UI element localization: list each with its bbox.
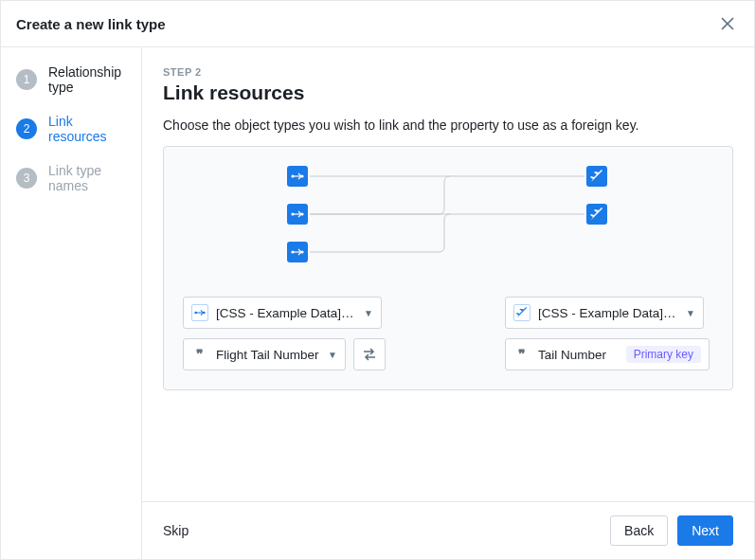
left-property-group: ❞ Flight Tail Number ▼: [183, 338, 391, 370]
left-property-dropdown[interactable]: ❞ Flight Tail Number ▼: [183, 338, 346, 370]
step-label: Relationship type: [48, 64, 126, 95]
main-content: STEP 2 Link resources Choose the object …: [142, 47, 754, 559]
right-selectors: [CSS - Example Data] A… ▼ ❞ Tail Number …: [505, 297, 713, 370]
link-icon: [191, 304, 208, 321]
primary-key-badge: Primary key: [626, 346, 701, 363]
modal-body: 1 Relationship type 2 Link resources 3 L…: [1, 47, 754, 559]
step-link-resources[interactable]: 2 Link resources: [1, 104, 141, 154]
back-button[interactable]: Back: [610, 515, 668, 546]
step-relationship-type[interactable]: 1 Relationship type: [1, 55, 141, 104]
wizard-footer: Skip Back Next: [142, 501, 754, 559]
link-diagram-container: [CSS - Example Data] F… ▼ ❞ Flight Tail …: [163, 146, 733, 390]
right-object-type-dropdown[interactable]: [CSS - Example Data] A… ▼: [505, 297, 704, 329]
dropdown-label: Flight Tail Number: [216, 348, 320, 362]
link-diagram: [183, 166, 713, 270]
dropdown-label: Tail Number: [538, 348, 619, 362]
step-label: Link type names: [48, 163, 126, 193]
left-object-type-dropdown[interactable]: [CSS - Example Data] F… ▼: [183, 297, 382, 329]
chevron-down-icon: ▼: [686, 308, 695, 318]
left-selectors: [CSS - Example Data] F… ▼ ❞ Flight Tail …: [183, 297, 391, 370]
step-number-badge: 1: [16, 69, 37, 90]
string-property-icon: ❞: [191, 347, 208, 362]
step-label: Link resources: [48, 114, 126, 144]
next-button[interactable]: Next: [677, 515, 733, 546]
swap-icon: [362, 348, 377, 361]
right-property-display[interactable]: ❞ Tail Number Primary key: [505, 338, 710, 370]
modal-header: Create a new link type: [1, 1, 754, 47]
page-title: Link resources: [163, 81, 733, 104]
chevron-down-icon: ▼: [328, 350, 337, 360]
selectors-row: [CSS - Example Data] F… ▼ ❞ Flight Tail …: [183, 297, 713, 370]
content-area: STEP 2 Link resources Choose the object …: [142, 47, 754, 501]
modal-title: Create a new link type: [16, 16, 166, 32]
wizard-steps-sidebar: 1 Relationship type 2 Link resources 3 L…: [1, 47, 142, 559]
step-indicator: STEP 2: [163, 66, 733, 78]
footer-buttons: Back Next: [610, 515, 733, 546]
step-number-badge: 3: [16, 168, 37, 189]
skip-link[interactable]: Skip: [163, 523, 189, 538]
close-button[interactable]: [716, 12, 739, 35]
airplane-icon: [513, 304, 530, 321]
close-icon: [721, 17, 734, 30]
step-link-type-names[interactable]: 3 Link type names: [1, 154, 141, 203]
dropdown-label: [CSS - Example Data] F…: [216, 306, 356, 320]
chevron-down-icon: ▼: [364, 308, 373, 318]
dropdown-label: [CSS - Example Data] A…: [538, 306, 678, 320]
page-description: Choose the object types you wish to link…: [163, 117, 733, 133]
swap-direction-button[interactable]: [353, 338, 386, 370]
modal-create-link-type: Create a new link type 1 Relationship ty…: [0, 0, 755, 560]
step-number-badge: 2: [16, 118, 37, 139]
string-property-icon: ❞: [513, 347, 530, 362]
